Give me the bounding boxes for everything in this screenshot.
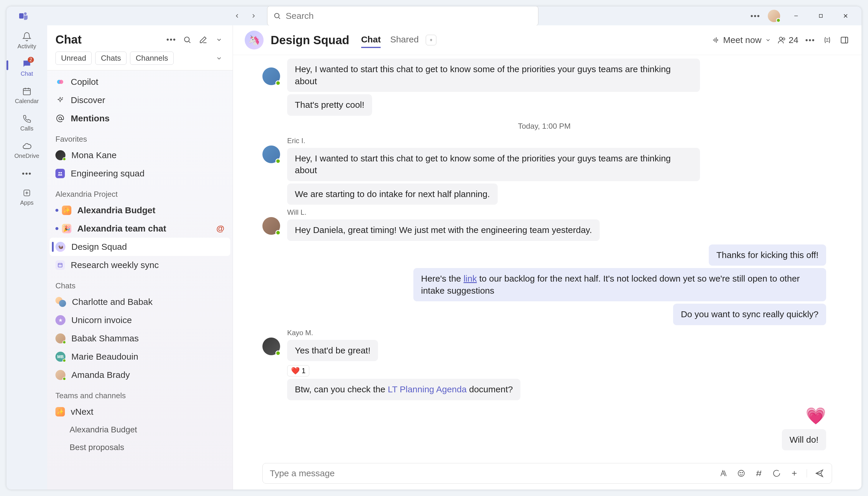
chat-babak[interactable]: Babak Shammas <box>47 329 233 347</box>
current-user-avatar[interactable] <box>768 10 780 22</box>
message-bubble[interactable]: Here's the link to our backlog for the n… <box>413 268 826 301</box>
chat-unicorn[interactable]: ★ Unicorn invoice <box>47 311 233 329</box>
team-vnext[interactable]: ✨ vNext <box>47 403 233 421</box>
chat-marie[interactable]: MB Marie Beaudouin <box>47 347 233 366</box>
chat-design-squad[interactable]: 🦦 Design Squad <box>49 238 230 256</box>
send-button[interactable] <box>814 468 825 479</box>
mention-indicator: @ <box>216 224 224 233</box>
message-composer[interactable] <box>263 463 832 484</box>
svg-rect-8 <box>23 89 30 95</box>
rail-calls[interactable]: Calls <box>6 113 47 132</box>
message-bubble[interactable]: Hey Daniela, great timing! We just met w… <box>287 219 600 241</box>
sidebar-more-button[interactable]: ••• <box>166 34 177 45</box>
emoji-message[interactable]: 💗 <box>263 406 826 425</box>
sidebar-item-label: Best proposals <box>70 443 124 452</box>
sidebar-item-label: Babak Shammas <box>71 334 138 343</box>
chat-sidebar: Chat ••• Unread Chats Channels <box>47 25 233 490</box>
channel-icon: 🎉 <box>62 224 71 233</box>
rail-label: Activity <box>17 43 36 50</box>
chat-amanda[interactable]: Amanda Brady <box>47 366 233 384</box>
message-bubble[interactable]: Yes that'd be great! <box>287 340 378 361</box>
sidebar-item-label: Engineering squad <box>71 169 145 179</box>
section-alexandria: Alexandria Project <box>47 183 233 201</box>
svg-line-3 <box>279 17 280 18</box>
new-chat-button[interactable] <box>198 34 208 45</box>
sidebar-filter-button[interactable] <box>182 34 193 45</box>
message-bubble[interactable]: Will do! <box>782 429 826 451</box>
sidebar-mentions[interactable]: Mentions <box>47 109 233 127</box>
message-bubble[interactable]: Thanks for kicking this off! <box>709 245 826 266</box>
svg-point-35 <box>740 472 740 473</box>
nav-forward-button[interactable] <box>247 10 260 22</box>
rail-calendar[interactable]: Calendar <box>6 86 47 105</box>
composer-input[interactable] <box>270 468 713 478</box>
message-bubble[interactable]: Btw, can you check the LT Planning Agend… <box>287 379 520 400</box>
rail-onedrive[interactable]: OneDrive <box>6 141 47 159</box>
channel-vnext-best[interactable]: Best proposals <box>47 438 233 456</box>
svg-point-2 <box>274 13 279 18</box>
filter-chats[interactable]: Chats <box>95 51 126 65</box>
emoji-button[interactable] <box>736 468 747 479</box>
message-link[interactable]: link <box>463 274 477 283</box>
meet-now-button[interactable]: Meet now <box>712 35 771 45</box>
tab-shared[interactable]: Shared <box>390 32 419 48</box>
filter-channels[interactable]: Channels <box>130 51 174 65</box>
close-button[interactable] <box>837 10 854 22</box>
teams-logo <box>17 10 30 22</box>
message-bubble[interactable]: Hey, I wanted to start this chat to get … <box>287 148 700 181</box>
message-link[interactable]: LT Planning Agenda <box>388 384 466 394</box>
sender-name: Eric I. <box>287 137 700 145</box>
filter-unread[interactable]: Unread <box>56 51 92 65</box>
chat-badge: 2 <box>28 57 34 63</box>
sidebar-title: Chat <box>56 33 82 46</box>
message-row: Eric I. Hey, I wanted to start this chat… <box>263 137 826 205</box>
message-bubble[interactable]: Hey, I wanted to start this chat to get … <box>287 59 700 92</box>
phone-icon <box>21 113 32 124</box>
chat-more-button[interactable]: ••• <box>805 35 815 45</box>
filter-expand[interactable] <box>214 53 224 64</box>
rail-label: OneDrive <box>14 153 39 159</box>
participants-button[interactable]: 24 <box>778 35 798 45</box>
rail-apps[interactable]: Apps <box>6 188 47 206</box>
chat-charlotte[interactable]: Charlotte and Babak <box>47 293 233 311</box>
maximize-button[interactable] <box>812 10 830 22</box>
minimize-button[interactable] <box>787 10 805 22</box>
settings-more-button[interactable]: ••• <box>750 11 761 21</box>
chat-alexandria-team[interactable]: 🎉 Alexandria team chat @ <box>47 219 233 238</box>
sidebar-copilot[interactable]: Copilot <box>47 73 233 91</box>
unread-dot <box>56 209 58 212</box>
chevron-down-icon[interactable] <box>214 34 224 45</box>
mention-icon <box>56 114 65 123</box>
tab-chat[interactable]: Chat <box>361 32 381 48</box>
chat-alexandria-budget[interactable]: ✨ Alexandria Budget <box>47 201 233 219</box>
open-pane-button[interactable] <box>839 35 850 45</box>
sidebar-discover[interactable]: Discover <box>47 91 233 109</box>
rail-activity[interactable]: Activity <box>6 31 47 50</box>
reaction-chip[interactable]: ❤️ 1 <box>287 365 309 376</box>
chat-engineering[interactable]: Engineering squad <box>47 164 233 183</box>
giphy-button[interactable] <box>753 468 764 479</box>
sender-name: Kayo M. <box>287 329 520 337</box>
avatar-icon <box>56 370 65 380</box>
sparkle-icon <box>56 95 65 105</box>
rail-more[interactable]: ••• <box>6 168 47 179</box>
more-actions-button[interactable] <box>789 468 799 479</box>
nav-back-button[interactable] <box>230 10 243 22</box>
loop-button[interactable] <box>771 468 782 479</box>
search-input[interactable] <box>286 11 532 21</box>
copilot-button[interactable] <box>822 35 833 45</box>
chat-mona[interactable]: Mona Kane <box>47 146 233 164</box>
add-tab-button[interactable]: + <box>426 35 436 45</box>
sidebar-item-label: Amanda Brady <box>71 370 130 380</box>
message-bubble[interactable]: That's pretty cool! <box>287 94 372 116</box>
message-bubble[interactable]: Do you want to sync really quickly? <box>673 304 826 325</box>
channel-vnext-budget[interactable]: Alexandria Budget <box>47 421 233 438</box>
svg-point-34 <box>738 470 745 477</box>
more-icon: ••• <box>21 168 32 179</box>
chat-research[interactable]: Research weekly sync <box>47 256 233 274</box>
rail-chat[interactable]: 2 Chat <box>6 59 47 77</box>
search-box[interactable] <box>267 6 538 26</box>
participant-count: 24 <box>789 35 798 45</box>
format-button[interactable] <box>718 468 729 479</box>
message-bubble[interactable]: We are starting to do intake for next ha… <box>287 184 498 205</box>
